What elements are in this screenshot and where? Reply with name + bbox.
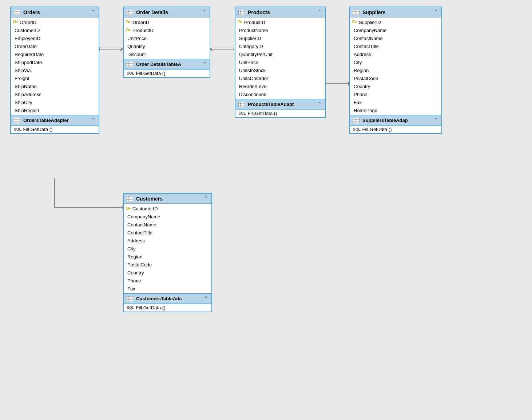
field-row: ReorderLevel [235, 82, 325, 90]
field-row: OrderID [11, 18, 99, 26]
field-name: Fax [354, 100, 362, 105]
orders-title: Orders [23, 9, 40, 15]
orders-table-header: Orders ⌃ [11, 7, 99, 17]
field-name: PostalCode [127, 262, 152, 268]
field-row: ShipRegion [11, 106, 99, 114]
suppliers-title: Suppliers [362, 9, 386, 15]
products-adapter-method: SQL Fill,GetData () [235, 110, 325, 117]
field-row: Discount [124, 50, 210, 58]
field-name: Discontinued [239, 92, 266, 97]
order-details-adapter-collapse[interactable]: ⌃ [202, 61, 207, 68]
field-name: CustomerID [15, 28, 40, 33]
field-row: Country [124, 269, 211, 277]
customers-collapse-btn[interactable]: ⌃ [204, 195, 209, 202]
svg-rect-33 [127, 62, 133, 67]
field-row: Address [350, 50, 441, 58]
field-row: Phone [124, 277, 211, 285]
field-name: Discount [127, 52, 146, 57]
field-row: Discontinued [235, 90, 325, 98]
field-row: Quantity [124, 42, 210, 50]
svg-rect-21 [127, 10, 133, 15]
field-name: UnitPrice [239, 60, 258, 65]
field-row: EmployeeID [11, 34, 99, 42]
field-row: UnitsOnOrder [235, 74, 325, 82]
order-details-adapter-method: SQL Fill,GetData () [124, 70, 210, 77]
order-details-adapter-icon [127, 62, 133, 67]
products-table-header: Products ⌃ [235, 7, 325, 17]
customers-method-label: Fill,GetData () [136, 305, 166, 310]
diagram-canvas: Orders ⌃ OrderIDCustomerIDEmployeeIDOrde… [0, 0, 532, 420]
field-row: CategoryID [235, 42, 325, 50]
products-adapter-header: ProductsTableAdapt ⌃ [235, 99, 325, 110]
orders-adapter-method: SQL Fill,GetData () [11, 126, 99, 133]
customers-table-header: Customers ⌃ [124, 194, 211, 204]
order-details-header-left: Order Details [127, 9, 168, 15]
products-fields: ProductIDProductNameSupplierIDCategoryID… [235, 17, 325, 99]
field-name: ProductID [132, 28, 154, 33]
suppliers-adapter-collapse[interactable]: ⌃ [434, 117, 438, 124]
products-adapter-icon [238, 102, 245, 107]
order-details-fields: OrderIDProductIDUnitPriceQuantityDiscoun… [124, 17, 210, 59]
key-icon [126, 206, 131, 211]
field-name: ShipVia [15, 68, 31, 73]
svg-rect-9 [14, 10, 20, 15]
svg-rect-17 [14, 118, 20, 123]
orders-adapter-header: OrdersTableAdapter ⌃ [11, 115, 99, 126]
field-name: ContactName [127, 222, 156, 227]
products-method-label: Fill,GetData () [248, 111, 277, 116]
customers-table: Customers ⌃ CustomerIDCompanyNameContact… [123, 193, 212, 312]
field-row: ContactName [124, 221, 211, 229]
suppliers-method-label: Fill,GetData () [362, 127, 392, 132]
field-row: CompanyName [124, 213, 211, 221]
orders-table: Orders ⌃ OrderIDCustomerIDEmployeeIDOrde… [10, 7, 99, 134]
field-row: City [350, 58, 441, 66]
customers-adapter-icon [127, 296, 133, 301]
products-collapse-btn[interactable]: ⌃ [317, 9, 322, 16]
field-name: OrderDate [15, 44, 37, 49]
field-name: ContactName [354, 36, 382, 41]
field-row: ProductName [235, 26, 325, 34]
svg-rect-57 [353, 118, 360, 123]
suppliers-adapter-section: SuppliersTableAdap ⌃ SQL Fill,GetData () [350, 115, 441, 133]
products-table-icon [238, 10, 245, 15]
field-name: Country [127, 270, 144, 276]
suppliers-table-header: Suppliers ⌃ [350, 7, 441, 17]
field-name: OrderID [132, 20, 149, 25]
order-details-adapter-header: Order DetailsTableA ⌃ [124, 59, 210, 70]
field-name: CompanyName [354, 28, 386, 33]
field-name: Quantity [127, 44, 145, 49]
order-details-title: Order Details [136, 9, 168, 15]
orders-collapse-btn[interactable]: ⌃ [91, 9, 96, 16]
key-icon [126, 20, 131, 25]
orders-adapter-collapse[interactable]: ⌃ [91, 117, 96, 124]
field-name: QuantityPerUnit [239, 52, 273, 57]
field-row: OrderID [124, 18, 210, 26]
field-row: PostalCode [350, 74, 441, 82]
order-details-sql-icon: SQL [127, 71, 134, 75]
suppliers-sql-icon: SQL [353, 127, 361, 131]
field-row: ShipCity [11, 98, 99, 106]
field-row: ProductID [235, 18, 325, 26]
field-name: Region [354, 68, 369, 73]
suppliers-adapter-header: SuppliersTableAdap ⌃ [350, 115, 441, 126]
products-adapter-collapse[interactable]: ⌃ [317, 101, 322, 108]
field-name: ShipRegion [15, 108, 39, 113]
suppliers-fields: SupplierIDCompanyNameContactNameContactT… [350, 17, 441, 115]
field-name: Fax [127, 286, 135, 292]
field-name: CompanyName [127, 214, 160, 219]
svg-rect-49 [353, 10, 360, 15]
field-name: Freight [15, 76, 29, 81]
customers-adapter-collapse[interactable]: ⌃ [204, 295, 209, 302]
field-row: Region [124, 253, 211, 261]
field-row: Phone [350, 90, 441, 98]
svg-point-29 [126, 28, 129, 31]
field-name: ShippedDate [15, 60, 42, 65]
suppliers-collapse-btn[interactable]: ⌃ [434, 9, 438, 16]
key-icon [352, 20, 357, 25]
key-icon [13, 20, 18, 25]
customers-table-icon [127, 196, 133, 201]
field-row: CustomerID [11, 26, 99, 34]
customers-adapter-section: CustomersTableAda ⌃ SQL Fill,GetData () [124, 293, 211, 312]
field-row: Country [350, 82, 441, 90]
order-details-collapse-btn[interactable]: ⌃ [202, 9, 207, 16]
